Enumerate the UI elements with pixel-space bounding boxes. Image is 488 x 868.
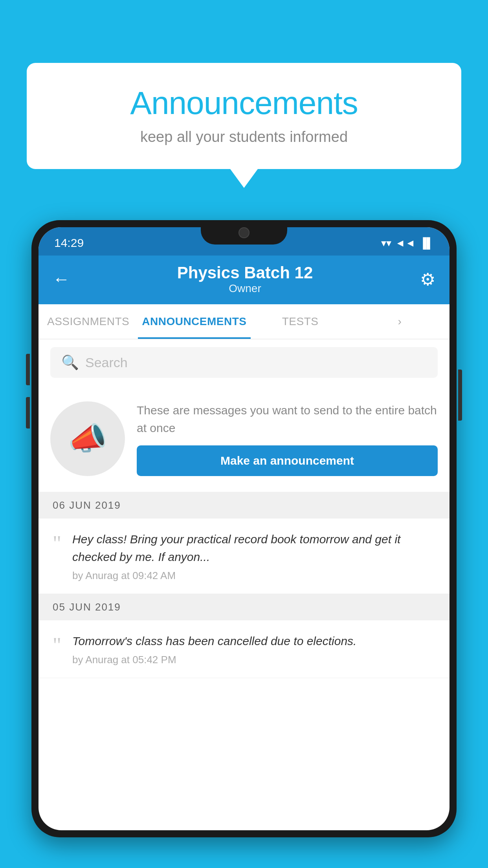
tab-assignments[interactable]: ASSIGNMENTS — [39, 304, 138, 339]
announcement-message-2: Tomorrow's class has been cancelled due … — [72, 632, 356, 650]
announcement-item-1[interactable]: " Hey class! Bring your practical record… — [39, 519, 449, 594]
volume-up-button[interactable] — [26, 354, 30, 385]
header-center: Physics Batch 12 Owner — [177, 263, 313, 295]
tab-announcements[interactable]: ANNOUNCEMENTS — [138, 304, 250, 339]
date-separator-1: 06 JUN 2019 — [39, 492, 449, 519]
tab-more[interactable]: › — [350, 304, 449, 339]
header-subtitle: Owner — [177, 282, 313, 295]
power-button[interactable] — [458, 370, 462, 421]
search-bar[interactable]: 🔍 Search — [50, 347, 438, 378]
announcement-description: These are messages you want to send to t… — [137, 401, 438, 437]
wifi-icon: ▾▾ — [381, 237, 391, 249]
quote-icon-1: " — [53, 533, 61, 554]
announcement-right: These are messages you want to send to t… — [137, 401, 438, 476]
search-container: 🔍 Search — [39, 339, 449, 386]
announcements-title: Announcements — [50, 85, 438, 121]
status-icons: ▾▾ ◄◄ ▐▌ — [381, 237, 434, 249]
phone-camera — [238, 227, 250, 238]
date-separator-2: 05 JUN 2019 — [39, 594, 449, 620]
back-button[interactable]: ← — [53, 269, 70, 289]
announcement-content-1: Hey class! Bring your practical record b… — [72, 530, 435, 582]
search-icon: 🔍 — [61, 354, 79, 371]
quote-icon-2: " — [53, 634, 61, 656]
search-placeholder: Search — [85, 355, 128, 370]
signal-icon: ◄◄ — [395, 237, 415, 249]
make-announcement-button[interactable]: Make an announcement — [137, 445, 438, 476]
phone: 14:29 ▾▾ ◄◄ ▐▌ ← Physics Batch 12 Owner … — [31, 220, 457, 837]
announcement-meta-2: by Anurag at 05:42 PM — [72, 654, 356, 666]
phone-notch — [201, 220, 287, 245]
announcement-item-2[interactable]: " Tomorrow's class has been cancelled du… — [39, 620, 449, 678]
tabs-container: ASSIGNMENTS ANNOUNCEMENTS TESTS › — [39, 304, 449, 339]
settings-icon[interactable]: ⚙ — [420, 269, 435, 289]
megaphone-icon: 📣 — [68, 420, 107, 457]
status-time: 14:29 — [54, 236, 84, 250]
app-header: ← Physics Batch 12 Owner ⚙ — [39, 256, 449, 304]
tab-tests[interactable]: TESTS — [251, 304, 350, 339]
announcement-intro: 📣 These are messages you want to send to… — [39, 386, 449, 492]
announcement-message-1: Hey class! Bring your practical record b… — [72, 530, 435, 566]
phone-wrapper: 14:29 ▾▾ ◄◄ ▐▌ ← Physics Batch 12 Owner … — [31, 220, 457, 868]
volume-down-button[interactable] — [26, 397, 30, 428]
phone-screen: 14:29 ▾▾ ◄◄ ▐▌ ← Physics Batch 12 Owner … — [39, 227, 449, 830]
speech-bubble: Announcements keep all your students inf… — [27, 63, 461, 169]
battery-icon: ▐▌ — [419, 237, 434, 249]
announcements-subtitle: keep all your students informed — [50, 129, 438, 145]
announcement-content-2: Tomorrow's class has been cancelled due … — [72, 632, 356, 666]
header-title: Physics Batch 12 — [177, 263, 313, 282]
speech-bubble-container: Announcements keep all your students inf… — [27, 63, 461, 169]
announcement-icon-circle: 📣 — [50, 401, 125, 476]
announcement-meta-1: by Anurag at 09:42 AM — [72, 570, 435, 582]
